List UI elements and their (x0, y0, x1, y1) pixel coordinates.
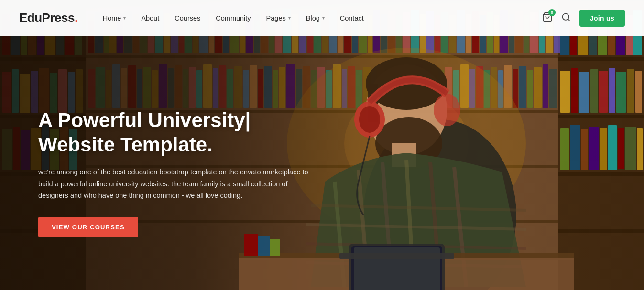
svg-rect-216 (339, 253, 454, 259)
nav-item-pages[interactable]: Pages ▾ (261, 11, 296, 25)
svg-point-205 (359, 106, 380, 133)
cart-button[interactable]: 0 (542, 12, 553, 24)
logo-text: EduPress (19, 11, 75, 25)
hero-subtitle: we're among one of the best education bo… (38, 166, 311, 202)
cart-badge: 0 (548, 9, 556, 16)
nav-item-community[interactable]: Community (210, 11, 256, 25)
nav-links: Home ▾ About Courses Community Pages ▾ B… (97, 11, 542, 25)
nav-item-about[interactable]: About (135, 11, 165, 25)
nav-item-contact[interactable]: Contact (334, 11, 370, 25)
svg-rect-211 (270, 239, 280, 256)
chevron-down-icon-pages: ▾ (288, 15, 291, 21)
nav-item-home[interactable]: Home ▾ (97, 11, 132, 25)
search-icon (561, 12, 571, 22)
search-button[interactable] (561, 12, 571, 24)
hero-section: EduPress. Home ▾ About Courses Community… (0, 0, 644, 290)
nav-item-blog[interactable]: Blog ▾ (300, 11, 330, 25)
svg-point-206 (434, 94, 460, 126)
chevron-down-icon-blog: ▾ (322, 15, 325, 21)
nav-right: 0 Join us (542, 10, 625, 27)
cta-button[interactable]: VIEW OUR COURSES (38, 217, 138, 237)
svg-point-218 (562, 13, 568, 20)
logo[interactable]: EduPress. (19, 11, 78, 25)
hero-content: A Powerful University| Website Template.… (38, 108, 311, 237)
svg-rect-210 (258, 236, 270, 256)
navbar: EduPress. Home ▾ About Courses Community… (0, 0, 644, 36)
logo-dot: . (75, 11, 78, 25)
nav-item-courses[interactable]: Courses (169, 11, 206, 25)
chevron-down-icon: ▾ (123, 15, 126, 21)
hero-title: A Powerful University| Website Template. (38, 108, 311, 157)
join-button[interactable]: Join us (579, 10, 625, 27)
